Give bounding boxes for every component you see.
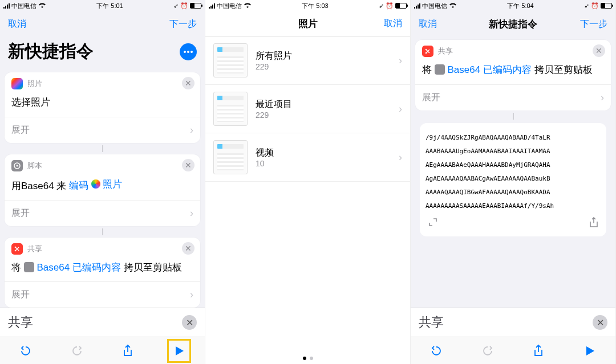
cancel-button[interactable]: 取消 xyxy=(8,18,26,30)
photos-app-icon xyxy=(11,78,23,89)
output-panel: /9j/4AAQSkZJRgABAQAAAQABAAD/4TaLR AAABAA… xyxy=(420,123,606,236)
connector-line xyxy=(102,228,103,235)
status-bar: 中国电信 下午 5:01 ➶ ⏰ xyxy=(0,0,205,11)
chevron-right-icon: › xyxy=(399,103,402,115)
share-button[interactable] xyxy=(527,340,550,362)
signal-icon xyxy=(3,3,10,9)
card-body[interactable]: 选择照片 xyxy=(5,92,200,117)
share-button[interactable] xyxy=(116,340,139,362)
more-button[interactable] xyxy=(180,43,197,60)
output-line: AAAAAQAAAQIBGwAFAAAAAQAAAQoBKAADA xyxy=(425,186,601,199)
actions-scroll[interactable]: 共享 ✕ 将 Base64 已编码内容 拷贝至剪贴板 展开 › /9j/4AAQ… xyxy=(411,36,615,308)
cancel-button[interactable]: 取消 xyxy=(419,18,437,30)
share-output-icon[interactable] xyxy=(589,217,598,228)
expand-row[interactable]: 展开 › xyxy=(415,84,611,111)
search-label: 共享 xyxy=(419,314,587,331)
card-section-label: 脚本 xyxy=(27,161,42,171)
encode-token[interactable]: 编码 xyxy=(69,178,88,193)
gear-icon xyxy=(11,160,23,171)
title-row: 新快捷指令 xyxy=(0,36,205,69)
scissors-icon xyxy=(422,46,433,57)
search-bar[interactable]: 共享 ✕ xyxy=(0,308,205,337)
expand-label: 展开 xyxy=(422,92,440,104)
action-card-share: 共享 ✕ 将 Base64 已编码内容 拷贝至剪贴板 展开 › xyxy=(415,40,611,111)
text-suffix: 拷贝至剪贴板 xyxy=(534,64,593,75)
svg-point-5 xyxy=(425,52,427,54)
svg-point-2 xyxy=(15,246,17,248)
output-line: AAABAAAAUgEoAAMAAAABAAIAAAITAAMAA xyxy=(425,145,601,158)
album-thumb xyxy=(213,140,248,174)
battery-icon xyxy=(395,3,407,9)
nav-bar: 取消 新快捷指令 下一步 xyxy=(411,11,615,36)
phone-3: 中国电信 下午 5:04 ➶ ⏰ 取消 新快捷指令 下一步 共享 ✕ xyxy=(411,0,616,364)
run-button[interactable] xyxy=(168,340,191,362)
alarm-icon: ⏰ xyxy=(591,2,599,10)
output-line: AgAEAAAAAQAABACgAwAEAAAAAQAABaukB xyxy=(425,172,601,186)
carrier-label: 中国电信 xyxy=(217,2,242,10)
battery-icon xyxy=(601,3,612,9)
remove-action-button[interactable]: ✕ xyxy=(182,159,194,171)
svg-point-1 xyxy=(17,165,18,166)
card-section-label: 照片 xyxy=(27,79,42,89)
clock: 下午 5:01 xyxy=(96,2,123,10)
search-bar[interactable]: 共享 ✕ xyxy=(411,308,615,337)
album-row[interactable]: 最近项目 229 › xyxy=(205,85,410,133)
run-button[interactable] xyxy=(578,340,601,362)
text-prefix: 将 xyxy=(11,262,21,273)
action-card-script: 脚本 ✕ 用Base64 来 编码 照片 展开 › xyxy=(5,154,200,226)
card-body[interactable]: 将 Base64 已编码内容 拷贝至剪贴板 xyxy=(5,257,200,282)
album-title: 最近项目 xyxy=(256,99,391,111)
undo-button[interactable] xyxy=(14,340,37,362)
alarm-icon: ⏰ xyxy=(386,2,394,10)
clear-search-button[interactable]: ✕ xyxy=(593,315,607,330)
svg-point-3 xyxy=(15,250,17,251)
redo-button xyxy=(476,340,499,362)
album-row[interactable]: 所有照片 229 › xyxy=(205,36,410,85)
wifi-icon xyxy=(38,3,46,9)
signal-icon xyxy=(209,3,215,9)
undo-button[interactable] xyxy=(425,340,448,362)
album-row[interactable]: 视频 10 › xyxy=(205,133,410,182)
card-body[interactable]: 用Base64 来 编码 照片 xyxy=(5,174,200,200)
encoded-variable-token[interactable]: Base64 已编码内容 xyxy=(435,64,534,75)
page-indicator xyxy=(205,353,410,364)
chevron-right-icon: › xyxy=(190,124,193,136)
scissors-icon xyxy=(11,243,23,255)
gear-icon xyxy=(24,262,34,272)
signal-icon xyxy=(414,3,420,9)
album-title: 所有照片 xyxy=(256,50,391,62)
cancel-button[interactable]: 取消 xyxy=(384,18,402,30)
output-line: AAAAAAAAASAAAAAEAAABIAAAAAf/Y/9sAh xyxy=(425,199,601,213)
remove-action-button[interactable]: ✕ xyxy=(182,77,194,89)
gear-icon xyxy=(435,64,445,75)
connector-line xyxy=(513,113,514,120)
album-thumb xyxy=(213,43,248,77)
album-title: 视频 xyxy=(256,147,391,159)
nav-bar: 照片 取消 xyxy=(205,11,410,36)
expand-row[interactable]: 展开 › xyxy=(5,117,200,143)
album-count: 229 xyxy=(256,62,391,71)
modal-title: 照片 xyxy=(205,17,410,30)
expand-row[interactable]: 展开 › xyxy=(5,200,200,226)
next-button[interactable]: 下一步 xyxy=(169,18,197,30)
clear-search-button[interactable]: ✕ xyxy=(182,315,197,330)
photos-variable-token[interactable]: 照片 xyxy=(91,177,122,192)
album-count: 10 xyxy=(256,159,391,168)
album-list[interactable]: 所有照片 229 › 最近项目 229 › 视频 10 › xyxy=(205,36,410,353)
next-button[interactable]: 下一步 xyxy=(580,18,607,30)
clock: 下午 5:04 xyxy=(507,2,533,10)
phone-1: 中国电信 下午 5:01 ➶ ⏰ 取消 下一步 新快捷指令 照片 ✕ 选择照片 xyxy=(0,0,205,364)
search-label: 共享 xyxy=(8,314,176,331)
location-icon: ➶ xyxy=(173,2,179,10)
remove-action-button[interactable]: ✕ xyxy=(593,44,605,57)
location-icon: ➶ xyxy=(379,2,384,10)
action-card-share: 共享 ✕ 将 Base64 已编码内容 拷贝至剪贴板 展开 › xyxy=(5,238,200,308)
expand-output-icon[interactable] xyxy=(428,217,438,228)
remove-action-button[interactable]: ✕ xyxy=(182,242,194,255)
expand-row[interactable]: 展开 › xyxy=(5,281,200,308)
action-card-photos: 照片 ✕ 选择照片 展开 › xyxy=(5,72,200,143)
encoded-variable-token[interactable]: Base64 已编码内容 xyxy=(24,262,124,273)
card-body[interactable]: 将 Base64 已编码内容 拷贝至剪贴板 xyxy=(415,59,611,84)
actions-scroll[interactable]: 照片 ✕ 选择照片 展开 › 脚本 ✕ 用Base64 来 编码 xyxy=(0,69,205,308)
card-section-label: 共享 xyxy=(438,46,453,56)
